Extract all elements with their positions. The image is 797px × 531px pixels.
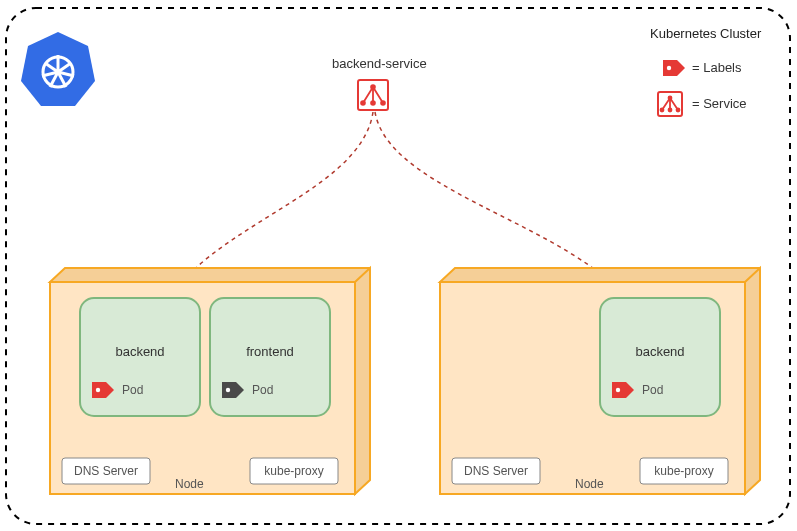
cluster-title: Kubernetes Cluster [650, 26, 762, 41]
node-2-dns-text: DNS Server [464, 464, 528, 478]
svg-point-19 [380, 100, 386, 106]
pod-backend-1: backend Pod [80, 298, 200, 416]
node-2-proxy-text: kube-proxy [654, 464, 713, 478]
legend-service-row: = Service [658, 92, 747, 116]
svg-point-24 [96, 388, 100, 392]
svg-marker-20 [50, 268, 370, 282]
node-1-proxy-text: kube-proxy [264, 464, 323, 478]
node-1: Node backend Pod frontend Pod DNS Server… [50, 268, 370, 494]
label-tag-icon [663, 60, 685, 76]
node-1-dns-text: DNS Server [74, 464, 138, 478]
pod-backend-2-caption: Pod [642, 383, 663, 397]
node-2-label: Node [575, 477, 604, 491]
legend-labels-text: = Labels [692, 60, 742, 75]
svg-marker-27 [440, 268, 760, 282]
svg-point-26 [226, 388, 230, 392]
svg-point-31 [616, 388, 620, 392]
node-2: Node backend Pod DNS Server kube-proxy [440, 268, 760, 494]
svg-marker-21 [355, 268, 370, 494]
node-1-label: Node [175, 477, 204, 491]
pod-backend-1-name: backend [115, 344, 164, 359]
pod-backend-2-name: backend [635, 344, 684, 359]
svg-marker-28 [745, 268, 760, 494]
pod-frontend-caption: Pod [252, 383, 273, 397]
svg-point-18 [370, 100, 376, 106]
svg-point-14 [676, 108, 681, 113]
pod-frontend: frontend Pod [210, 298, 330, 416]
svg-point-17 [360, 100, 366, 106]
service-box [358, 80, 388, 110]
pod-backend-1-caption: Pod [122, 383, 143, 397]
svg-point-13 [668, 108, 673, 113]
pod-backend-2: backend Pod [600, 298, 720, 416]
service-label: backend-service [332, 56, 427, 71]
pod-frontend-name: frontend [246, 344, 294, 359]
svg-point-12 [660, 108, 665, 113]
legend-labels-row: = Labels [663, 60, 742, 76]
legend: = Labels = Service [658, 60, 747, 116]
kubernetes-logo-icon [21, 32, 95, 106]
svg-point-10 [667, 66, 671, 70]
legend-service-text: = Service [692, 96, 747, 111]
